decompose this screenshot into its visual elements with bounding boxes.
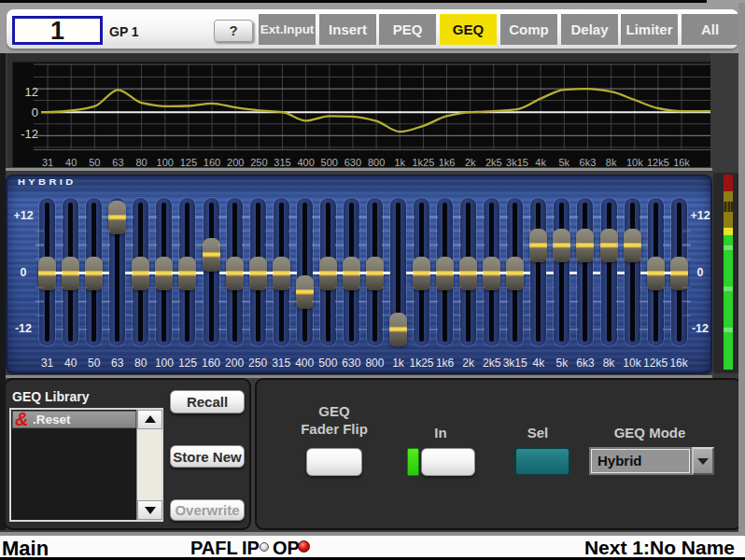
svg-text:5k: 5k	[558, 157, 569, 168]
svg-text:6k3: 6k3	[580, 157, 597, 168]
svg-text:12k5: 12k5	[647, 157, 669, 168]
svg-text:-12: -12	[21, 127, 38, 141]
svg-text:500: 500	[321, 157, 338, 168]
svg-text:2k5: 2k5	[485, 157, 502, 168]
svg-text:160: 160	[204, 157, 220, 168]
svg-text:4k: 4k	[535, 157, 546, 168]
svg-text:125: 125	[180, 157, 197, 168]
svg-text:2k: 2k	[465, 157, 476, 168]
svg-text:1k: 1k	[394, 157, 405, 168]
svg-text:63: 63	[112, 157, 123, 168]
svg-text:200: 200	[227, 157, 244, 168]
svg-text:31: 31	[42, 157, 53, 168]
svg-text:10k: 10k	[626, 157, 643, 168]
svg-text:8k: 8k	[606, 157, 617, 168]
svg-text:1k25: 1k25	[412, 157, 434, 168]
svg-text:12: 12	[25, 85, 38, 99]
svg-text:3k15: 3k15	[506, 157, 528, 168]
svg-text:40: 40	[65, 157, 77, 168]
svg-text:0: 0	[32, 105, 38, 119]
svg-text:50: 50	[89, 157, 100, 168]
svg-text:400: 400	[297, 157, 314, 168]
svg-text:250: 250	[250, 157, 267, 168]
svg-text:100: 100	[157, 157, 174, 168]
svg-text:16k: 16k	[673, 157, 690, 168]
svg-text:315: 315	[274, 157, 290, 168]
svg-text:80: 80	[135, 157, 147, 168]
svg-text:630: 630	[344, 157, 361, 168]
svg-text:1k6: 1k6	[439, 157, 456, 168]
svg-text:800: 800	[368, 157, 385, 168]
